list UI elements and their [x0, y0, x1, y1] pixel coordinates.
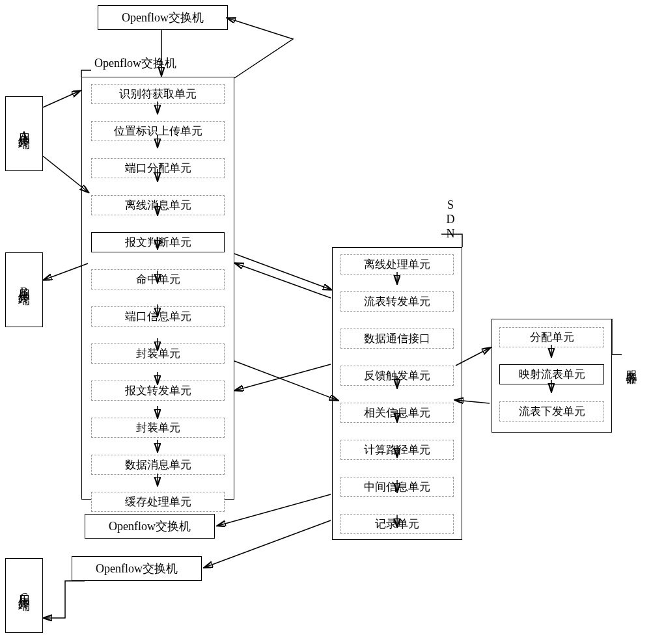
- ctrl-offline-process: 离线处理单元: [340, 254, 454, 275]
- openflow-switch-main: 识别符获取单元 位置标识上传单元 端口分配单元 离线消息单元 报文判断单元 命中…: [81, 77, 234, 500]
- srv-alloc: 分配单元: [499, 327, 604, 347]
- svg-line-27: [236, 364, 331, 390]
- openflow-switch-bottom2: Openflow交换机: [72, 556, 202, 581]
- terminal-b-label: 用户终端B: [16, 280, 32, 300]
- unit-hit: 命中单元: [91, 269, 225, 289]
- main-switch-label: Openflow交换机: [94, 55, 176, 71]
- unit-packet-judge: 报文判断单元: [91, 232, 225, 252]
- unit-encap1: 封装单元: [91, 343, 225, 364]
- unit-location-upload: 位置标识上传单元: [91, 121, 225, 141]
- server-label: 服务器: [624, 355, 643, 368]
- ctrl-flowtable-forward: 流表转发单元: [340, 291, 454, 312]
- unit-data-msg: 数据消息单元: [91, 455, 225, 475]
- server: 分配单元 映射流表单元 流表下发单元: [492, 319, 612, 433]
- user-terminal-b: 用户终端B: [5, 252, 43, 327]
- switch-b1-label: Openflow交换机: [109, 518, 191, 534]
- ctrl-calc-path: 计算路径单元: [340, 440, 454, 460]
- ctrl-feedback-trigger: 反馈触发单元: [340, 366, 454, 386]
- svg-line-28: [218, 494, 331, 526]
- terminal-c-label: 用户终端C: [16, 586, 32, 606]
- user-terminal-a: 用户终端A: [5, 96, 43, 171]
- terminal-a-label: 用户终端A: [16, 124, 32, 144]
- switch-top-label: Openflow交换机: [122, 10, 204, 25]
- switch-b2-label: Openflow交换机: [96, 561, 178, 576]
- srv-mapping-flowtable: 映射流表单元: [499, 364, 604, 384]
- ctrl-intermediate-info: 中间信息单元: [340, 477, 454, 497]
- ctrl-data-comm-interface: 数据通信接口: [340, 329, 454, 349]
- unit-offline-msg: 离线消息单元: [91, 195, 225, 215]
- controller-label: SDN控制器: [443, 198, 462, 248]
- ctrl-record: 记录单元: [340, 514, 454, 534]
- svg-line-25: [236, 263, 331, 298]
- unit-packet-forward: 报文转发单元: [91, 381, 225, 401]
- svg-line-29: [205, 520, 331, 567]
- sdn-controller: 离线处理单元 流表转发单元 数据通信接口 反馈触发单元 相关信息单元 计算路径单…: [332, 247, 462, 540]
- svg-line-20: [43, 91, 79, 107]
- user-terminal-c: 用户终端C: [5, 558, 43, 633]
- unit-port-info: 端口信息单元: [91, 306, 225, 327]
- unit-encap2: 封装单元: [91, 418, 225, 438]
- unit-port-alloc: 端口分配单元: [91, 158, 225, 178]
- openflow-switch-bottom1: Openflow交换机: [85, 514, 215, 539]
- openflow-switch-top: Openflow交换机: [98, 5, 228, 30]
- ctrl-related-info: 相关信息单元: [340, 403, 454, 423]
- unit-identifier-acquire: 识别符获取单元: [91, 84, 225, 104]
- svg-line-24: [234, 254, 331, 289]
- unit-cache-process: 缓存处理单元: [91, 492, 225, 512]
- srv-flowtable-issue: 流表下发单元: [499, 401, 604, 422]
- svg-line-26: [234, 361, 337, 400]
